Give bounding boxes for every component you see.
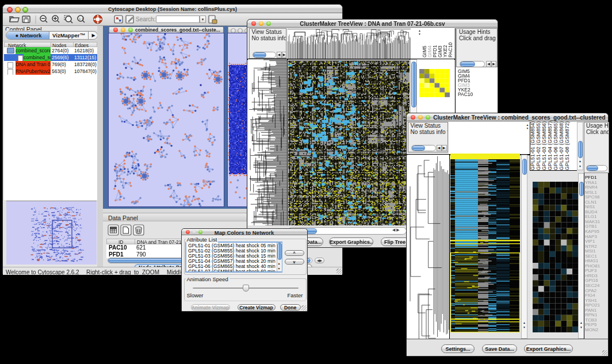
svg-text:Search:: Search: — [136, 16, 155, 22]
svg-text:1:1: 1:1 — [79, 17, 84, 21]
